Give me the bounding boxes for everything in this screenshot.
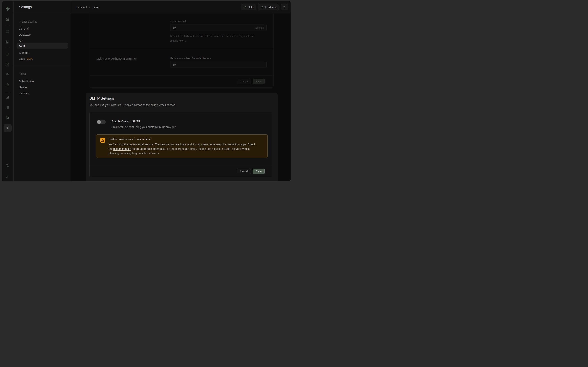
page-title: Settings xyxy=(19,5,32,9)
logs-icon[interactable] xyxy=(5,105,10,110)
sidebar-item-usage[interactable]: Usage xyxy=(14,84,71,90)
cancel-button[interactable]: Cancel xyxy=(237,79,251,84)
sidebar-item-vault-label: Vault xyxy=(19,57,25,60)
mfa-max-factors-input[interactable] xyxy=(170,61,266,68)
alert-body: You're using the built-in email service.… xyxy=(109,142,257,156)
sidebar-item-vault[interactable]: Vault BETA xyxy=(14,56,71,62)
auth-card-footer: Cancel Save xyxy=(89,75,273,88)
sidebar-item-storage[interactable]: Storage xyxy=(14,50,71,56)
reuse-interval-field: seconds xyxy=(170,24,266,31)
smtp-card-footer: Cancel Save xyxy=(90,165,272,177)
smtp-settings-section: SMTP Settings You can use your own SMTP … xyxy=(86,93,278,181)
cancel-button[interactable]: Cancel xyxy=(237,168,251,174)
storage-icon[interactable] xyxy=(5,72,10,77)
help-button-label: Help xyxy=(248,6,253,8)
breadcrumb-project[interactable]: acme xyxy=(93,6,99,8)
mfa-section-label: Multi Factor Authentication (MFA) xyxy=(97,57,137,60)
database-icon[interactable] xyxy=(5,51,10,57)
enable-custom-smtp-description: Emails will be sent using your custom SM… xyxy=(111,125,176,129)
smtp-section-description: You can use your own SMTP server instead… xyxy=(89,104,176,107)
feedback-icon xyxy=(260,6,264,9)
save-button[interactable]: Save xyxy=(253,79,265,84)
breadcrumb-org[interactable]: Personal xyxy=(77,6,87,8)
reports-icon[interactable] xyxy=(5,95,10,100)
help-icon xyxy=(243,6,246,9)
sidebar-item-general[interactable]: General xyxy=(14,26,71,32)
sidebar-item-database[interactable]: Database xyxy=(14,32,71,38)
settings-sidebar: Settings Project Settings General Databa… xyxy=(14,1,71,181)
enable-custom-smtp-label: Enable Custom SMTP xyxy=(111,120,140,123)
smtp-section-title: SMTP Settings xyxy=(89,96,114,100)
bell-icon xyxy=(283,6,286,9)
sql-editor-icon[interactable] xyxy=(5,40,10,45)
feedback-button-label: Feedback xyxy=(265,6,276,8)
edge-functions-icon[interactable] xyxy=(5,83,10,88)
app-window: Settings Project Settings General Databa… xyxy=(2,1,291,181)
rate-limit-alert: Built-in email service is rate-limited! … xyxy=(96,134,267,158)
top-bar: Personal / acme Help Feedback xyxy=(71,1,291,13)
sidebar-item-invoices[interactable]: Invoices xyxy=(14,91,71,96)
rail-divider xyxy=(5,25,10,25)
smtp-card: Enable Custom SMTP Emails will be sent u… xyxy=(89,112,272,177)
sidebar-item-auth[interactable]: Auth xyxy=(16,43,68,49)
topbar-actions: Help Feedback xyxy=(241,4,288,10)
enable-custom-smtp-toggle[interactable] xyxy=(97,120,105,124)
save-button[interactable]: Save xyxy=(253,168,265,174)
alert-title: Built-in email service is rate-limited! xyxy=(109,138,151,141)
reuse-interval-help: Time interval where the same refresh tok… xyxy=(170,34,260,43)
home-icon[interactable] xyxy=(5,17,10,22)
documentation-link[interactable]: documentation xyxy=(113,147,131,150)
breadcrumb-separator: / xyxy=(89,6,90,9)
help-button[interactable]: Help xyxy=(241,4,256,10)
mfa-field-label: Maximum number of enrolled factors xyxy=(170,57,211,60)
sidebar-item-auth-label: Auth xyxy=(19,44,25,47)
beta-badge: BETA xyxy=(27,58,33,60)
mfa-field xyxy=(170,61,266,68)
toggle-knob xyxy=(97,120,101,124)
card-divider xyxy=(89,49,273,49)
supabase-logo-icon xyxy=(5,6,10,11)
reuse-interval-unit: seconds xyxy=(255,26,264,29)
warning-icon xyxy=(100,138,105,143)
settings-sidebar-header: Settings xyxy=(14,1,71,13)
content-scroll-area[interactable]: Reuse interval seconds Time interval whe… xyxy=(71,13,291,181)
sidebar-item-subscription[interactable]: Subscription xyxy=(14,78,71,84)
table-editor-icon[interactable] xyxy=(5,29,10,34)
feedback-button[interactable]: Feedback xyxy=(258,4,279,10)
auth-icon[interactable] xyxy=(5,62,10,67)
desktop: Settings Project Settings General Databa… xyxy=(0,0,294,184)
user-icon[interactable] xyxy=(5,174,10,179)
notifications-button[interactable] xyxy=(281,4,288,10)
auth-tokens-card: Reuse interval seconds Time interval whe… xyxy=(89,13,274,88)
main-area: Personal / acme Help Feedback xyxy=(71,1,291,181)
nav-section-divider xyxy=(14,66,71,66)
nav-heading-project-settings: Project Settings xyxy=(19,20,37,23)
reuse-interval-label: Reuse interval xyxy=(170,20,186,23)
rail-divider xyxy=(5,48,10,48)
settings-icon[interactable] xyxy=(4,124,12,132)
reuse-interval-input[interactable] xyxy=(170,24,266,31)
icon-rail xyxy=(2,1,14,181)
nav-heading-billing: Billing xyxy=(19,72,26,75)
search-icon[interactable] xyxy=(5,163,10,168)
api-docs-icon[interactable] xyxy=(5,115,10,120)
